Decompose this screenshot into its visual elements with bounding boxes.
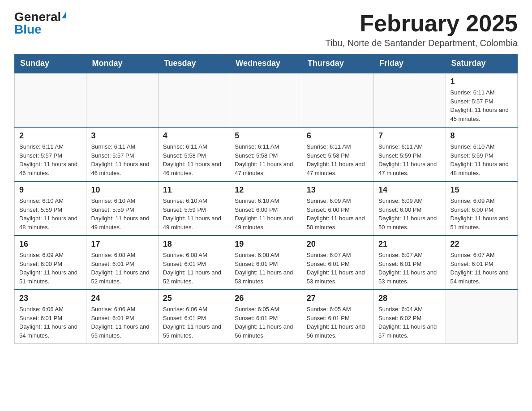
calendar-cell: 17Sunrise: 6:08 AMSunset: 6:01 PMDayligh… [86,235,158,290]
day-info: Sunrise: 6:10 AMSunset: 6:00 PMDaylight:… [235,197,297,231]
day-info: Sunrise: 6:05 AMSunset: 6:01 PMDaylight:… [307,305,369,340]
weekday-header-saturday: Saturday [446,54,517,73]
day-number: 1 [450,77,513,86]
weekday-header-sunday: Sunday [15,54,86,73]
calendar-cell: 1Sunrise: 6:11 AMSunset: 5:57 PMDaylight… [446,73,517,127]
logo-triangle-icon [62,12,66,18]
day-number: 15 [450,185,513,195]
day-info: Sunrise: 6:09 AMSunset: 6:00 PMDaylight:… [450,197,513,231]
calendar-cell: 25Sunrise: 6:06 AMSunset: 6:01 PMDayligh… [158,290,230,344]
day-number: 18 [163,240,225,249]
day-number: 26 [235,294,297,303]
week-row-1: 1Sunrise: 6:11 AMSunset: 5:57 PMDaylight… [15,73,518,127]
day-number: 12 [235,185,297,195]
day-info: Sunrise: 6:08 AMSunset: 6:01 PMDaylight:… [235,251,297,286]
weekday-header-tuesday: Tuesday [158,54,230,73]
day-info: Sunrise: 6:11 AMSunset: 5:57 PMDaylight:… [19,142,82,177]
calendar-cell [158,73,230,127]
calendar-title: February 2025 [326,11,518,36]
calendar-cell: 8Sunrise: 6:10 AMSunset: 5:59 PMDaylight… [446,127,517,181]
calendar-cell: 6Sunrise: 6:11 AMSunset: 5:58 PMDaylight… [302,127,373,181]
calendar-cell: 11Sunrise: 6:10 AMSunset: 5:59 PMDayligh… [158,181,230,235]
day-info: Sunrise: 6:06 AMSunset: 6:01 PMDaylight:… [163,305,225,340]
day-info: Sunrise: 6:06 AMSunset: 6:01 PMDaylight:… [19,305,82,340]
day-number: 14 [378,185,441,195]
title-area: February 2025 Tibu, Norte de Santander D… [326,11,518,48]
calendar-cell: 22Sunrise: 6:07 AMSunset: 6:01 PMDayligh… [446,235,517,290]
day-info: Sunrise: 6:10 AMSunset: 5:59 PMDaylight:… [19,197,82,231]
day-number: 17 [91,240,153,249]
calendar-cell: 27Sunrise: 6:05 AMSunset: 6:01 PMDayligh… [302,290,373,344]
calendar-subtitle: Tibu, Norte de Santander Department, Col… [326,38,518,48]
day-info: Sunrise: 6:09 AMSunset: 6:00 PMDaylight:… [307,197,369,231]
calendar-cell: 5Sunrise: 6:11 AMSunset: 5:58 PMDaylight… [230,127,302,181]
day-info: Sunrise: 6:08 AMSunset: 6:01 PMDaylight:… [91,251,153,286]
calendar-cell: 7Sunrise: 6:11 AMSunset: 5:59 PMDaylight… [374,127,446,181]
day-info: Sunrise: 6:06 AMSunset: 6:01 PMDaylight:… [91,305,153,340]
calendar-cell: 26Sunrise: 6:05 AMSunset: 6:01 PMDayligh… [230,290,302,344]
day-number: 25 [163,294,225,303]
day-number: 11 [163,185,225,195]
calendar-cell: 28Sunrise: 6:04 AMSunset: 6:02 PMDayligh… [374,290,446,344]
day-number: 28 [378,294,441,303]
day-number: 13 [307,185,369,195]
calendar-cell: 18Sunrise: 6:08 AMSunset: 6:01 PMDayligh… [158,235,230,290]
weekday-header-thursday: Thursday [302,54,373,73]
weekday-header-friday: Friday [374,54,446,73]
day-number: 24 [91,294,153,303]
day-info: Sunrise: 6:10 AMSunset: 5:59 PMDaylight:… [163,197,225,231]
day-info: Sunrise: 6:07 AMSunset: 6:01 PMDaylight:… [307,251,369,286]
calendar-cell: 20Sunrise: 6:07 AMSunset: 6:01 PMDayligh… [302,235,373,290]
day-number: 20 [307,240,369,249]
calendar-cell: 3Sunrise: 6:11 AMSunset: 5:57 PMDaylight… [86,127,158,181]
weekday-header-monday: Monday [86,54,158,73]
week-row-5: 23Sunrise: 6:06 AMSunset: 6:01 PMDayligh… [15,290,518,344]
calendar-cell: 14Sunrise: 6:09 AMSunset: 6:00 PMDayligh… [374,181,446,235]
calendar-cell: 4Sunrise: 6:11 AMSunset: 5:58 PMDaylight… [158,127,230,181]
week-row-4: 16Sunrise: 6:09 AMSunset: 6:00 PMDayligh… [15,235,518,290]
day-info: Sunrise: 6:11 AMSunset: 5:58 PMDaylight:… [235,142,297,177]
calendar-cell: 24Sunrise: 6:06 AMSunset: 6:01 PMDayligh… [86,290,158,344]
weekday-header-row: SundayMondayTuesdayWednesdayThursdayFrid… [15,54,518,73]
day-info: Sunrise: 6:11 AMSunset: 5:57 PMDaylight:… [450,88,513,123]
day-number: 21 [378,240,441,249]
day-number: 2 [19,131,82,141]
logo: General Blue [14,11,66,36]
day-info: Sunrise: 6:11 AMSunset: 5:57 PMDaylight:… [91,142,153,177]
day-info: Sunrise: 6:10 AMSunset: 5:59 PMDaylight:… [91,197,153,231]
weekday-header-wednesday: Wednesday [230,54,302,73]
header: General Blue February 2025 Tibu, Norte d… [14,11,518,48]
calendar-cell: 12Sunrise: 6:10 AMSunset: 6:00 PMDayligh… [230,181,302,235]
day-number: 5 [235,131,297,141]
day-info: Sunrise: 6:07 AMSunset: 6:01 PMDaylight:… [378,251,441,286]
day-number: 27 [307,294,369,303]
day-number: 7 [378,131,441,141]
day-info: Sunrise: 6:11 AMSunset: 5:58 PMDaylight:… [163,142,225,177]
day-info: Sunrise: 6:07 AMSunset: 6:01 PMDaylight:… [450,251,513,286]
calendar-cell [446,290,517,344]
calendar-cell [230,73,302,127]
calendar-cell [86,73,158,127]
calendar-cell: 13Sunrise: 6:09 AMSunset: 6:00 PMDayligh… [302,181,373,235]
day-number: 16 [19,240,82,249]
logo-blue: Blue [14,22,42,36]
day-info: Sunrise: 6:10 AMSunset: 5:59 PMDaylight:… [450,142,513,177]
day-info: Sunrise: 6:11 AMSunset: 5:59 PMDaylight:… [378,142,441,177]
calendar-table: SundayMondayTuesdayWednesdayThursdayFrid… [14,54,518,344]
day-info: Sunrise: 6:11 AMSunset: 5:58 PMDaylight:… [307,142,369,177]
calendar-cell: 2Sunrise: 6:11 AMSunset: 5:57 PMDaylight… [15,127,86,181]
calendar-cell [302,73,373,127]
day-number: 23 [19,294,82,303]
day-number: 6 [307,131,369,141]
week-row-3: 9Sunrise: 6:10 AMSunset: 5:59 PMDaylight… [15,181,518,235]
logo-general: General [14,11,61,23]
day-info: Sunrise: 6:09 AMSunset: 6:00 PMDaylight:… [378,197,441,231]
day-number: 4 [163,131,225,141]
day-number: 9 [19,185,82,195]
day-number: 19 [235,240,297,249]
calendar-cell: 9Sunrise: 6:10 AMSunset: 5:59 PMDaylight… [15,181,86,235]
calendar-cell: 23Sunrise: 6:06 AMSunset: 6:01 PMDayligh… [15,290,86,344]
day-number: 3 [91,131,153,141]
day-info: Sunrise: 6:08 AMSunset: 6:01 PMDaylight:… [163,251,225,286]
day-number: 10 [91,185,153,195]
